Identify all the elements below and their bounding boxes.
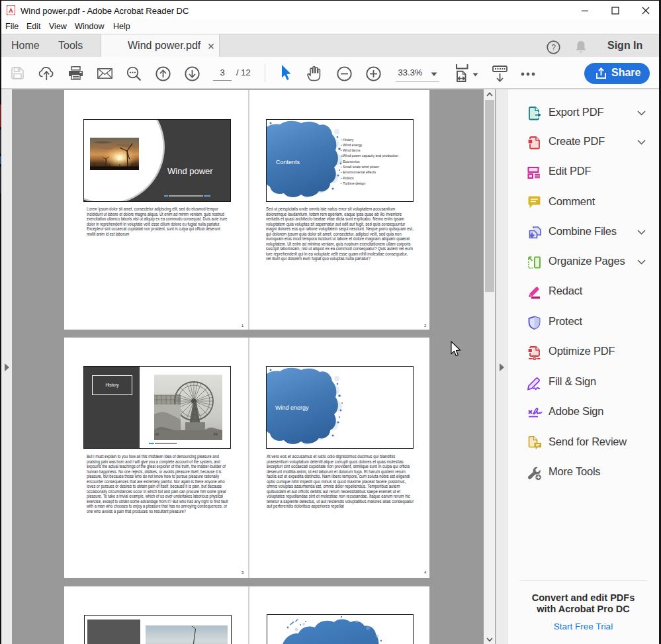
svg-text:?: ? — [551, 43, 556, 52]
